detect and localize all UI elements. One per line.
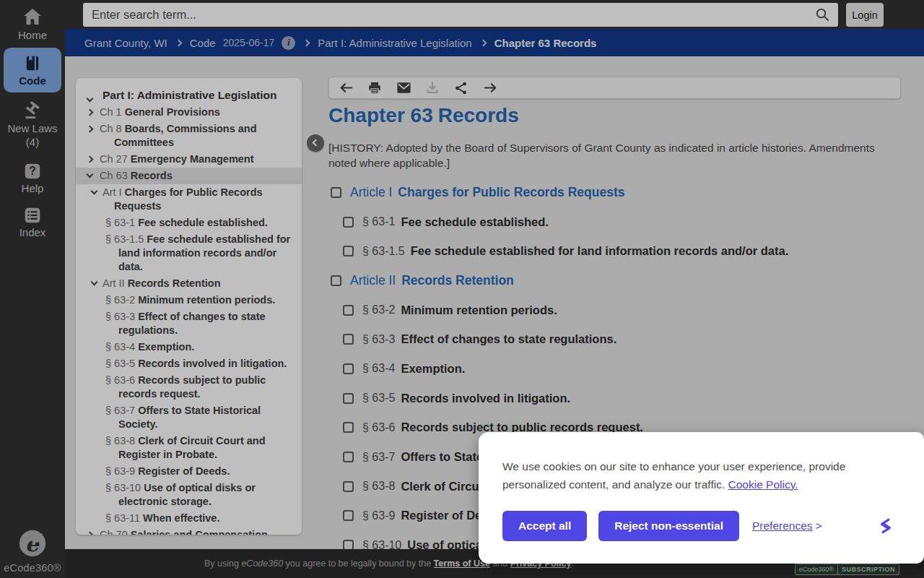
- toc-checkbox[interactable]: [331, 275, 341, 286]
- rail-index-label: Index: [19, 226, 46, 238]
- subscription-badge: eCode360® SUBSCRIPTION: [795, 564, 899, 575]
- collapse-panel-button[interactable]: [307, 134, 324, 152]
- ecode360-logo: e eCode360®: [0, 528, 65, 574]
- tree-expander-icon[interactable]: [87, 156, 94, 163]
- chevron-right-icon: [175, 39, 182, 46]
- tree-item[interactable]: Ch 1General Provisions: [76, 104, 302, 121]
- tree-expander-icon[interactable]: [87, 95, 94, 103]
- cookie-consent-dialog: We use cookies on our site to enhance yo…: [479, 432, 924, 564]
- osano-logo-icon: [875, 515, 897, 537]
- rail-new-laws-label: New Laws: [7, 122, 57, 134]
- tree-item[interactable]: Ch 8Boards, Commissions and Committees: [76, 121, 302, 151]
- toc-row[interactable]: § 63-5 Records involved in litigation.: [328, 384, 906, 413]
- tree-expander-icon[interactable]: [87, 109, 94, 116]
- rail-item-home[interactable]: Home: [0, 6, 65, 41]
- cookie-policy-link[interactable]: Cookie Policy.: [728, 478, 798, 491]
- tree-item[interactable]: § 63-7Offers to State Historical Society…: [76, 402, 302, 433]
- left-rail: Home Code New Laws (4) ? Help Index e eC…: [0, 0, 65, 578]
- toc-row[interactable]: § 63-1 Fee schedule established.: [328, 207, 906, 237]
- rail-item-code-active[interactable]: Code: [4, 48, 61, 92]
- tree-item[interactable]: Art IIRecords Retention: [76, 275, 302, 292]
- tree-item[interactable]: § 63-10Use of optical disks or electroni…: [76, 480, 302, 510]
- tree-item[interactable]: § 63-3Effect of changes to state regulat…: [76, 309, 302, 339]
- tree-item[interactable]: § 63-4Exemption.: [76, 339, 302, 355]
- toc-checkbox[interactable]: [343, 452, 354, 462]
- tree-expander-icon[interactable]: [91, 188, 98, 195]
- tree-expander-icon[interactable]: [87, 532, 94, 535]
- toc-row[interactable]: Article I Charges for Public Records Req…: [328, 178, 906, 207]
- tree-item[interactable]: Ch 70Salaries and Compensation: [76, 527, 302, 535]
- back-arrow-button[interactable]: [337, 79, 354, 97]
- search-input[interactable]: [83, 3, 838, 27]
- tree-item[interactable]: § 63-6Records subject to public records …: [76, 372, 302, 402]
- breadcrumb-part[interactable]: Part I: Administrative Legislation: [318, 37, 471, 49]
- rail-home-label: Home: [18, 29, 47, 41]
- toc-tree-panel: Part I: Administrative Legislation Ch 1G…: [76, 78, 302, 535]
- toc-checkbox[interactable]: [343, 510, 354, 521]
- history-note: [HISTORY: Adopted by the Board of Superv…: [328, 140, 900, 171]
- tree-item[interactable]: Part I: Administrative Legislation: [76, 87, 302, 104]
- footer-brand: eCode360: [241, 558, 283, 569]
- toc-checkbox[interactable]: [343, 422, 354, 433]
- info-icon[interactable]: i: [282, 36, 295, 50]
- toc-checkbox[interactable]: [343, 334, 354, 345]
- toc-row[interactable]: § 63-1.5 Fee schedule established for la…: [328, 236, 906, 266]
- toc-row[interactable]: § 63-2 Minimum retention periods.: [328, 296, 906, 325]
- index-list-icon: [23, 206, 42, 225]
- print-button[interactable]: [366, 79, 383, 97]
- tree-expander-icon[interactable]: [87, 126, 94, 133]
- accept-all-button[interactable]: Accept all: [502, 511, 587, 541]
- toc-checkbox[interactable]: [343, 363, 354, 374]
- breadcrumb-municipality[interactable]: Grant County, WI: [84, 37, 167, 49]
- rail-help-label: Help: [22, 182, 44, 194]
- tree-expander-icon[interactable]: [87, 171, 94, 178]
- page-title: Chapter 63Records: [328, 104, 519, 127]
- forward-arrow-button[interactable]: [481, 79, 499, 97]
- toc-checkbox[interactable]: [343, 393, 354, 404]
- svg-text:e: e: [25, 531, 40, 556]
- breadcrumb-code[interactable]: Code: [190, 37, 216, 49]
- tree-item[interactable]: § 63-9Register of Deeds.: [76, 463, 302, 480]
- tree-item[interactable]: § 63-2Minimum retention periods.: [76, 292, 302, 309]
- reject-non-essential-button[interactable]: Reject non-essential: [598, 511, 739, 541]
- search-bar: [83, 3, 838, 27]
- breadcrumb-code-version[interactable]: 2025-06-17: [223, 37, 275, 48]
- tree-item[interactable]: Ch 63Records: [76, 168, 302, 184]
- email-button[interactable]: [395, 79, 412, 97]
- toc-checkbox[interactable]: [343, 481, 354, 492]
- tree-item[interactable]: § 63-1Fee schedule established.: [76, 215, 302, 231]
- footer-text: By using: [204, 558, 241, 569]
- preferences-link[interactable]: Preferences >: [752, 519, 822, 532]
- download-button-disabled[interactable]: [424, 79, 441, 97]
- ecode360-e-icon: e: [17, 528, 48, 558]
- content-toolbar: [328, 77, 901, 99]
- toc-row[interactable]: § 63-3 Effect of changes to state regula…: [328, 324, 906, 354]
- toc-checkbox[interactable]: [343, 217, 354, 228]
- rail-item-new-laws[interactable]: New Laws (4): [0, 101, 65, 149]
- tree-item[interactable]: § 63-1.5Fee schedule established for lan…: [76, 231, 302, 275]
- tree-item[interactable]: § 63-5Records involved in litigation.: [76, 355, 302, 372]
- tree-item[interactable]: § 63-8Clerk of Circuit Court and Registe…: [76, 433, 302, 463]
- gavel-icon: [22, 101, 43, 120]
- rail-item-index[interactable]: Index: [0, 206, 65, 238]
- tree-expander-icon[interactable]: [91, 279, 98, 286]
- share-button[interactable]: [453, 79, 470, 97]
- toc-checkbox[interactable]: [331, 187, 341, 198]
- toc-row[interactable]: Article II Records Retention: [328, 266, 906, 296]
- rail-item-help[interactable]: ? Help: [0, 162, 65, 194]
- tree-item[interactable]: Ch 27Emergency Management: [76, 151, 302, 168]
- footer-text: you agree to be legally bound by the: [283, 558, 433, 569]
- chapter-name: Records: [438, 104, 519, 126]
- tree-item[interactable]: § 63-11When effective.: [76, 510, 302, 527]
- toc-checkbox[interactable]: [343, 540, 354, 549]
- cookie-message: We use cookies on our site to enhance yo…: [502, 458, 885, 493]
- tree-item[interactable]: Art ICharges for Public Records Requests: [76, 184, 302, 215]
- search-icon[interactable]: [814, 7, 831, 23]
- toc-checkbox[interactable]: [343, 305, 354, 316]
- toc-row[interactable]: § 63-4 Exemption.: [328, 354, 906, 384]
- cookie-actions: Accept all Reject non-essential Preferen…: [502, 511, 902, 541]
- ecode360-logo-text: eCode360®: [0, 562, 65, 574]
- rail-code-label: Code: [19, 74, 46, 87]
- login-button[interactable]: Login: [846, 3, 884, 27]
- toc-checkbox[interactable]: [343, 246, 354, 256]
